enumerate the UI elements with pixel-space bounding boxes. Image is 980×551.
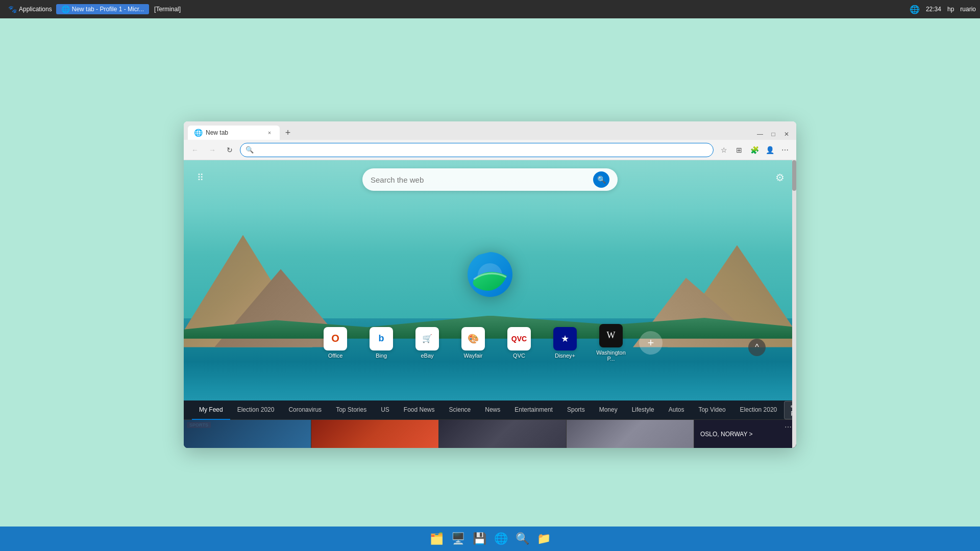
browser-content: ⠿ ⚙ 🔍 — [184, 160, 796, 448]
browser-window: 🌐 New tab × + — □ ✕ ← → ↻ 🔍 ☆ ⊞ 🧩 — [184, 121, 796, 448]
taskbar-bottom: 🗂️ 🖥️ 💾 🌐 🔍 📁 — [0, 527, 980, 551]
news-card-3[interactable] — [439, 420, 567, 448]
browser-chrome: 🌐 New tab × + — □ ✕ ← → ↻ 🔍 ☆ ⊞ 🧩 — [184, 121, 796, 160]
address-bar: ← → ↻ 🔍 ☆ ⊞ 🧩 👤 ⋯ — [184, 140, 796, 160]
wayfair-label: Wayfair — [464, 353, 483, 359]
browser-scrollbar[interactable] — [792, 160, 796, 448]
shortcut-wayfair[interactable]: 🎨 Wayfair — [455, 327, 491, 359]
news-tab-election-2020-2[interactable]: Election 2020 — [733, 400, 785, 420]
more-button[interactable]: ⋯ — [778, 143, 792, 157]
taskbar-search-button[interactable]: 🔍 — [512, 529, 532, 548]
shortcut-ebay[interactable]: 🛒 eBay — [409, 327, 445, 359]
taskbar-applications[interactable]: 🐾 Applications — [4, 4, 56, 14]
ebay-icon: 🛒 — [415, 327, 439, 350]
apps-grid-button[interactable]: ⠿ — [192, 169, 208, 186]
disney-icon: ★ — [553, 327, 577, 350]
tab-bar: 🌐 New tab × + — □ ✕ — [184, 121, 796, 140]
taskbar-browser[interactable]: 🌐 New tab - Profile 1 - Micr... — [56, 4, 149, 14]
news-cards: SPORTS OSLO, NORWAY > ⋯ — [184, 420, 796, 448]
news-tab-news[interactable]: News — [478, 400, 507, 420]
news-tab-coronavirus[interactable]: Coronavirus — [281, 400, 329, 420]
taskbar-files-button[interactable]: 🗂️ — [427, 529, 446, 548]
wayfair-icon: 🎨 — [461, 327, 485, 350]
taskbar-terminal[interactable]: [Terminal] — [149, 5, 186, 14]
close-button[interactable]: ✕ — [781, 129, 792, 140]
tab-favicon: 🌐 — [194, 129, 203, 137]
washington-icon: W — [599, 324, 623, 347]
disney-label: Disney+ — [555, 353, 575, 359]
taskbar-time: 22:34 — [926, 6, 941, 13]
qvc-icon: QVC — [507, 327, 531, 350]
taskbar-folder-button[interactable]: 📁 — [534, 529, 553, 548]
applications-icon: 🐾 — [8, 5, 17, 13]
news-card-1[interactable]: SPORTS — [184, 420, 311, 448]
scrollbar-thumb[interactable] — [792, 160, 796, 191]
taskbar-filemanager-button[interactable]: 💾 — [470, 529, 489, 548]
page-search-bar: 🔍 — [362, 168, 618, 191]
news-bar: My Feed Election 2020 Coronavirus Top St… — [184, 400, 796, 448]
oslo-card[interactable]: OSLO, NORWAY > ⋯ — [694, 420, 796, 448]
news-tab-autos[interactable]: Autos — [662, 400, 692, 420]
office-label: Office — [328, 353, 343, 359]
taskbar-right-area: 🌐 22:34 hp ruario — [910, 5, 976, 14]
edge-indicator: 🌐 — [910, 5, 920, 14]
news-tab-money[interactable]: Money — [592, 400, 625, 420]
shortcut-disney[interactable]: ★ Disney+ — [547, 327, 583, 359]
ebay-label: eBay — [421, 353, 433, 359]
taskbar-top: 🐾 Applications 🌐 New tab - Profile 1 - M… — [0, 0, 980, 18]
add-shortcut-button[interactable]: + — [639, 331, 663, 355]
browser-tab-newtab[interactable]: 🌐 New tab × — [188, 126, 280, 140]
news-tab-top-stories[interactable]: Top Stories — [329, 400, 374, 420]
tab-label: New tab — [206, 129, 228, 136]
collections-button[interactable]: ⊞ — [732, 143, 746, 157]
forward-button[interactable]: → — [205, 143, 219, 157]
profile-button[interactable]: 👤 — [763, 143, 777, 157]
tab-bar-right: — □ ✕ — [754, 129, 792, 140]
page-search-button[interactable]: 🔍 — [593, 171, 609, 188]
page-settings-button[interactable]: ⚙ — [772, 169, 788, 186]
news-tab-election-2020[interactable]: Election 2020 — [230, 400, 282, 420]
favorites-button[interactable]: ☆ — [717, 143, 731, 157]
refresh-button[interactable]: ↻ — [223, 143, 237, 157]
back-button[interactable]: ← — [188, 143, 202, 157]
shortcut-bing[interactable]: b Bing — [363, 327, 399, 359]
tab-add-button[interactable]: + — [281, 126, 295, 140]
bing-icon: b — [370, 327, 393, 350]
oslo-title: OSLO, NORWAY > — [700, 431, 790, 438]
edge-logo — [462, 246, 518, 303]
news-tabs: My Feed Election 2020 Coronavirus Top St… — [184, 400, 796, 420]
news-tab-science[interactable]: Science — [442, 400, 478, 420]
news-tab-lifestyle[interactable]: Lifestyle — [625, 400, 662, 420]
news-tab-entertainment[interactable]: Entertainment — [507, 400, 560, 420]
url-input[interactable] — [257, 146, 708, 154]
news-tab-top-video[interactable]: Top Video — [691, 400, 732, 420]
shortcuts-row: O Office b Bing 🛒 eBay 🎨 Wayfai — [317, 324, 663, 362]
oslo-more-button[interactable]: ⋯ — [785, 423, 792, 431]
extensions-button[interactable]: 🧩 — [747, 143, 762, 157]
news-tab-sports[interactable]: Sports — [560, 400, 592, 420]
washington-label: Washington P... — [593, 349, 629, 362]
edge-favicon: 🌐 — [61, 5, 70, 13]
minimize-button[interactable]: — — [754, 129, 766, 140]
office-icon: O — [324, 327, 347, 350]
hp-logo: hp — [947, 6, 954, 13]
news-card-4[interactable] — [567, 420, 694, 448]
news-tab-food-news[interactable]: Food News — [397, 400, 442, 420]
shortcut-office[interactable]: O Office — [317, 327, 353, 359]
bing-label: Bing — [376, 353, 387, 359]
address-bar-actions: ☆ ⊞ 🧩 👤 ⋯ — [717, 143, 792, 157]
taskbar-user: ruario — [960, 6, 976, 13]
shortcut-qvc[interactable]: QVC QVC — [501, 327, 537, 359]
news-tab-my-feed[interactable]: My Feed — [192, 400, 230, 420]
page-search-input[interactable] — [371, 176, 588, 184]
news-card-2[interactable] — [311, 420, 439, 448]
url-search-icon: 🔍 — [246, 146, 254, 154]
maximize-button[interactable]: □ — [768, 129, 779, 140]
taskbar-network-button[interactable]: 🌐 — [491, 529, 510, 548]
tab-close-button[interactable]: × — [265, 129, 274, 137]
news-tab-us[interactable]: US — [374, 400, 397, 420]
scroll-up-button[interactable]: ^ — [748, 339, 766, 356]
url-bar[interactable]: 🔍 — [240, 143, 714, 157]
taskbar-terminal-button[interactable]: 🖥️ — [448, 529, 468, 548]
shortcut-washington[interactable]: W Washington P... — [593, 324, 629, 362]
